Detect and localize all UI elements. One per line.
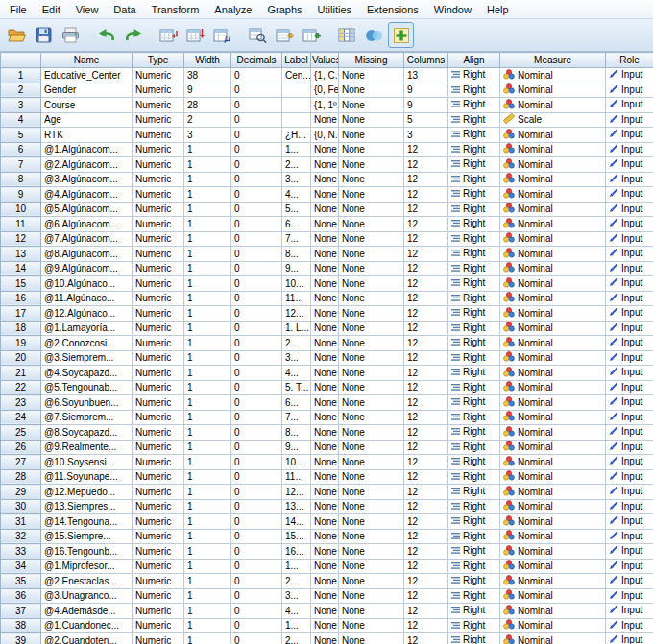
values-cell[interactable]: None bbox=[311, 469, 339, 485]
values-cell[interactable]: None bbox=[311, 306, 339, 322]
type-cell[interactable]: Numeric bbox=[133, 366, 184, 381]
type-cell[interactable]: Numeric bbox=[133, 574, 184, 589]
decimals-cell[interactable]: 0 bbox=[231, 559, 282, 574]
width-cell[interactable]: 1 bbox=[184, 604, 231, 619]
measure-cell[interactable]: Nominal bbox=[500, 202, 606, 217]
name-cell[interactable]: @1.Cuandonec... bbox=[41, 618, 133, 633]
type-cell[interactable]: Numeric bbox=[133, 187, 184, 203]
row-number[interactable]: 14 bbox=[1, 261, 41, 276]
type-cell[interactable]: Numeric bbox=[133, 217, 184, 232]
decimals-cell[interactable]: 0 bbox=[231, 202, 282, 217]
width-cell[interactable]: 1 bbox=[184, 187, 231, 203]
align-cell[interactable]: Right bbox=[448, 485, 500, 500]
measure-cell[interactable]: Nominal bbox=[500, 440, 606, 455]
decimals-cell[interactable]: 0 bbox=[231, 112, 282, 128]
measure-cell[interactable]: Nominal bbox=[500, 514, 606, 530]
type-cell[interactable]: Numeric bbox=[133, 336, 184, 351]
measure-cell[interactable]: Nominal bbox=[500, 306, 606, 322]
measure-cell[interactable]: Nominal bbox=[500, 276, 606, 292]
type-cell[interactable]: Numeric bbox=[133, 514, 184, 530]
row-number[interactable]: 27 bbox=[1, 455, 41, 470]
values-cell[interactable]: None bbox=[311, 261, 339, 276]
missing-cell[interactable]: None bbox=[339, 187, 404, 203]
value-labels-button[interactable] bbox=[334, 22, 360, 48]
role-cell[interactable]: Input bbox=[606, 276, 653, 292]
align-cell[interactable]: Right bbox=[448, 574, 500, 589]
decimals-cell[interactable]: 0 bbox=[231, 306, 282, 322]
type-cell[interactable]: Numeric bbox=[133, 321, 184, 336]
missing-cell[interactable]: None bbox=[339, 529, 404, 544]
measure-cell[interactable]: Nominal bbox=[500, 172, 606, 187]
role-cell[interactable]: Input bbox=[606, 112, 653, 128]
name-cell[interactable]: @7.Algúnacom... bbox=[41, 231, 133, 247]
missing-cell[interactable]: None bbox=[339, 112, 404, 128]
role-cell[interactable]: Input bbox=[606, 618, 653, 633]
decimals-cell[interactable]: 0 bbox=[231, 83, 282, 98]
missing-cell[interactable]: None bbox=[339, 247, 404, 262]
menu-file[interactable]: File bbox=[2, 1, 35, 18]
type-cell[interactable]: Numeric bbox=[133, 306, 184, 322]
label-cell[interactable]: 11... bbox=[282, 291, 311, 306]
label-cell[interactable]: 1. L... bbox=[282, 321, 311, 336]
width-cell[interactable]: 1 bbox=[184, 276, 231, 292]
missing-cell[interactable]: None bbox=[339, 485, 404, 500]
row-number[interactable]: 35 bbox=[1, 574, 41, 589]
values-cell[interactable]: None bbox=[311, 157, 339, 173]
decimals-cell[interactable]: 0 bbox=[231, 618, 282, 633]
values-cell[interactable]: None bbox=[311, 291, 339, 306]
columns-cell[interactable]: 12 bbox=[404, 544, 448, 560]
columns-cell[interactable]: 12 bbox=[404, 604, 448, 619]
decimals-cell[interactable]: 0 bbox=[231, 142, 282, 157]
columns-cell[interactable]: 12 bbox=[404, 336, 448, 351]
decimals-cell[interactable]: 0 bbox=[231, 440, 282, 455]
width-cell[interactable]: 2 bbox=[184, 112, 231, 128]
goto-case-button[interactable] bbox=[156, 22, 181, 48]
values-cell[interactable]: {0, Fe... bbox=[311, 83, 339, 98]
role-cell[interactable]: Input bbox=[606, 231, 653, 247]
role-cell[interactable]: Input bbox=[606, 98, 653, 113]
role-cell[interactable]: Input bbox=[606, 261, 653, 276]
columns-cell[interactable]: 12 bbox=[404, 321, 448, 336]
decimals-cell[interactable]: 0 bbox=[231, 633, 282, 644]
measure-cell[interactable]: Nominal bbox=[500, 291, 606, 306]
row-number[interactable]: 24 bbox=[1, 410, 41, 425]
width-cell[interactable]: 1 bbox=[184, 336, 231, 351]
measure-cell[interactable]: Nominal bbox=[500, 98, 606, 113]
values-cell[interactable]: None bbox=[311, 336, 339, 351]
align-cell[interactable]: Right bbox=[448, 187, 500, 203]
menu-transform[interactable]: Transform bbox=[144, 1, 207, 18]
label-cell[interactable]: 2... bbox=[282, 336, 311, 351]
row-number[interactable]: 31 bbox=[1, 514, 41, 530]
align-cell[interactable]: Right bbox=[448, 544, 500, 560]
width-cell[interactable]: 1 bbox=[184, 321, 231, 336]
row-number[interactable]: 2 bbox=[1, 83, 41, 98]
width-cell[interactable]: 1 bbox=[184, 350, 231, 366]
variables-button[interactable]: μ bbox=[209, 22, 235, 48]
missing-cell[interactable]: None bbox=[339, 98, 404, 113]
values-cell[interactable]: None bbox=[311, 559, 339, 574]
label-cell[interactable]: 5... bbox=[282, 202, 311, 217]
width-cell[interactable]: 38 bbox=[184, 68, 231, 83]
role-cell[interactable]: Input bbox=[606, 202, 653, 217]
role-cell[interactable]: Input bbox=[606, 83, 653, 98]
role-cell[interactable]: Input bbox=[606, 172, 653, 187]
missing-cell[interactable]: None bbox=[339, 633, 404, 644]
col-header-align[interactable]: Align bbox=[448, 53, 500, 68]
values-cell[interactable]: None bbox=[311, 544, 339, 560]
name-cell[interactable]: RTK bbox=[41, 128, 133, 143]
columns-cell[interactable]: 12 bbox=[404, 455, 448, 470]
type-cell[interactable]: Numeric bbox=[133, 485, 184, 500]
type-cell[interactable]: Numeric bbox=[133, 633, 184, 644]
align-cell[interactable]: Right bbox=[448, 559, 500, 574]
type-cell[interactable]: Numeric bbox=[133, 425, 184, 441]
missing-cell[interactable]: None bbox=[339, 618, 404, 633]
columns-cell[interactable]: 12 bbox=[404, 485, 448, 500]
values-cell[interactable]: None bbox=[311, 142, 339, 157]
missing-cell[interactable]: None bbox=[339, 544, 404, 560]
name-cell[interactable]: @2.Algúnacom... bbox=[41, 157, 133, 173]
width-cell[interactable]: 1 bbox=[184, 366, 231, 381]
label-cell[interactable]: 16... bbox=[282, 544, 311, 560]
row-number[interactable]: 22 bbox=[1, 380, 41, 395]
role-cell[interactable]: Input bbox=[606, 291, 653, 306]
insert-variable-button[interactable] bbox=[299, 22, 325, 48]
